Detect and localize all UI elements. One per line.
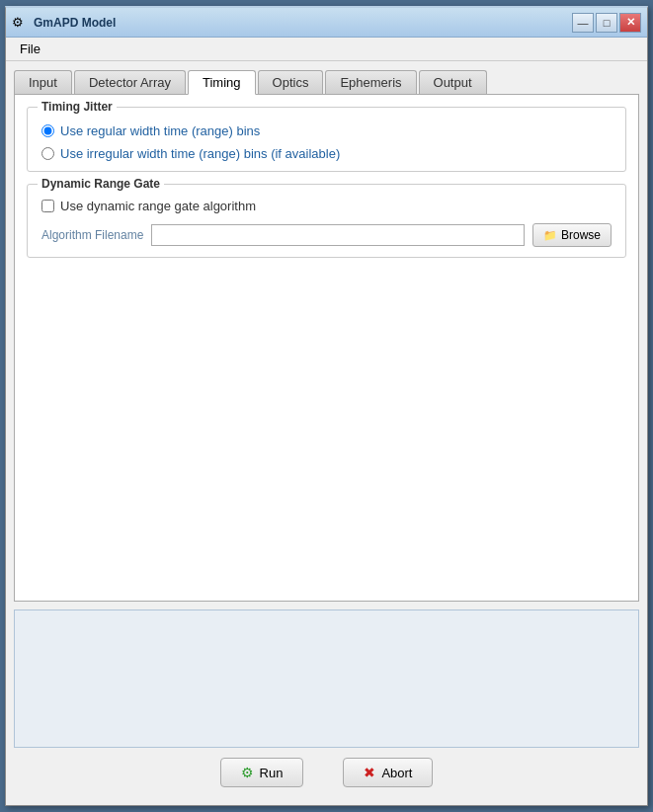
tab-detector-array[interactable]: Detector Array	[74, 70, 186, 95]
use-dynamic-range-row: Use dynamic range gate algorithm	[41, 199, 612, 213]
filename-row: Algorithm Filename 📁 Browse	[41, 223, 612, 247]
tabs-bar: Input Detector Array Timing Optics Ephem…	[14, 69, 639, 94]
algorithm-filename-input[interactable]	[151, 224, 525, 246]
timing-jitter-title: Timing Jitter	[38, 100, 117, 114]
main-window: ⚙ GmAPD Model — □ ✕ File Input Detector …	[5, 6, 648, 806]
menu-bar: File	[6, 38, 647, 61]
dynamic-range-gate-title: Dynamic Range Gate	[38, 177, 164, 191]
irregular-width-option[interactable]: Use irregular width time (range) bins (i…	[41, 146, 612, 161]
timing-jitter-options: Use regular width time (range) bins Use …	[41, 123, 612, 161]
title-bar-left: ⚙ GmAPD Model	[12, 15, 116, 31]
tab-output[interactable]: Output	[419, 70, 487, 95]
window-title: GmAPD Model	[34, 16, 116, 30]
run-icon: ⚙	[241, 765, 254, 780]
main-panel: Timing Jitter Use regular width time (ra…	[14, 94, 639, 602]
abort-button[interactable]: ✖ Abort	[343, 758, 433, 787]
maximize-button[interactable]: □	[596, 13, 617, 33]
filename-label: Algorithm Filename	[41, 228, 143, 242]
tab-ephemeris[interactable]: Ephemeris	[325, 70, 416, 95]
irregular-width-label: Use irregular width time (range) bins (i…	[60, 146, 340, 161]
browse-label: Browse	[561, 228, 601, 242]
minimize-button[interactable]: —	[572, 13, 594, 33]
app-icon: ⚙	[12, 15, 28, 31]
use-dynamic-range-label: Use dynamic range gate algorithm	[60, 199, 256, 213]
timing-jitter-section: Timing Jitter Use regular width time (ra…	[27, 107, 626, 172]
run-button[interactable]: ⚙ Run	[220, 758, 304, 787]
window-content: Input Detector Array Timing Optics Ephem…	[6, 61, 647, 805]
folder-icon: 📁	[543, 229, 557, 242]
spacer	[27, 270, 626, 589]
regular-width-radio[interactable]	[41, 124, 54, 137]
use-dynamic-range-checkbox[interactable]	[41, 200, 54, 212]
tab-input[interactable]: Input	[14, 70, 72, 95]
abort-icon: ✖	[364, 765, 375, 780]
title-bar: ⚙ GmAPD Model — □ ✕	[6, 8, 647, 38]
run-label: Run	[260, 766, 284, 780]
regular-width-option[interactable]: Use regular width time (range) bins	[41, 123, 612, 138]
action-bar: ⚙ Run ✖ Abort	[14, 748, 639, 797]
browse-button[interactable]: 📁 Browse	[532, 223, 612, 247]
regular-width-label: Use regular width time (range) bins	[60, 123, 260, 138]
file-menu[interactable]: File	[12, 40, 48, 58]
abort-label: Abort	[381, 766, 412, 780]
tab-optics[interactable]: Optics	[258, 70, 324, 95]
close-button[interactable]: ✕	[619, 13, 641, 33]
title-controls: — □ ✕	[572, 13, 641, 33]
output-panel	[14, 609, 639, 748]
tab-timing[interactable]: Timing	[188, 70, 256, 95]
dynamic-range-gate-section: Dynamic Range Gate Use dynamic range gat…	[27, 184, 626, 258]
irregular-width-radio[interactable]	[41, 147, 54, 160]
